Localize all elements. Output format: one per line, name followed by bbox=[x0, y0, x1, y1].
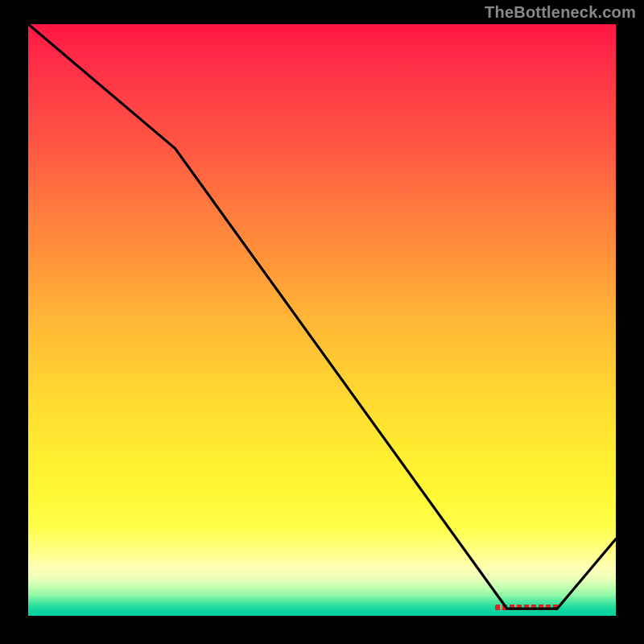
chart-frame: TheBottleneck.com bbox=[0, 0, 644, 644]
watermark-text: TheBottleneck.com bbox=[485, 3, 636, 22]
curve-path bbox=[28, 24, 616, 609]
plot-area bbox=[28, 24, 616, 616]
bottleneck-curve bbox=[28, 24, 616, 616]
